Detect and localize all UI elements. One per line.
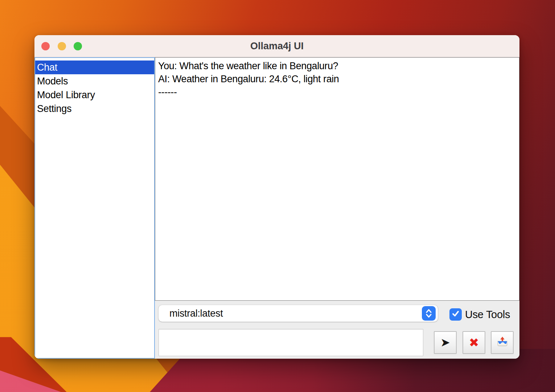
sidebar-nav-list: Chat Models Model Library Settings bbox=[34, 57, 155, 359]
window-body: Chat Models Model Library Settings You: … bbox=[34, 57, 519, 359]
window-titlebar[interactable]: Ollama4j UI bbox=[34, 35, 519, 57]
use-tools-checkbox[interactable] bbox=[449, 308, 462, 321]
minimize-button[interactable] bbox=[58, 42, 66, 50]
chat-pane: You: What's the weather like in Bengalur… bbox=[155, 57, 519, 359]
outbox-tray-icon bbox=[496, 336, 509, 350]
close-button[interactable] bbox=[41, 42, 50, 50]
red-x-icon: ✖ bbox=[469, 335, 479, 350]
stop-button[interactable]: ✖ bbox=[462, 331, 485, 354]
model-select-dropdown[interactable]: mistral:latest bbox=[159, 305, 438, 322]
chat-line-separator: ------ bbox=[158, 86, 516, 99]
sidebar-item-model-library[interactable]: Model Library bbox=[35, 88, 154, 102]
model-select-value: mistral:latest bbox=[169, 305, 223, 322]
use-tools-label: Use Tools bbox=[465, 308, 510, 321]
chat-line-ai: AI: Weather in Bengaluru: 24.6°C, light … bbox=[158, 72, 516, 86]
upload-button[interactable] bbox=[491, 331, 514, 354]
chat-controls-panel: mistral:latest Use Tool bbox=[155, 301, 519, 359]
message-input[interactable] bbox=[159, 329, 423, 356]
stepper-up-down-icon bbox=[422, 306, 436, 321]
chat-line-user: You: What's the weather like in Bengalur… bbox=[158, 59, 516, 72]
sidebar-item-models[interactable]: Models bbox=[35, 74, 154, 88]
app-window: Ollama4j UI Chat Models Model Library Se… bbox=[34, 35, 519, 359]
sidebar-item-settings[interactable]: Settings bbox=[35, 102, 154, 116]
window-title: Ollama4j UI bbox=[34, 35, 519, 57]
sidebar-item-chat[interactable]: Chat bbox=[35, 61, 154, 74]
send-button[interactable]: ➤ bbox=[434, 331, 457, 354]
checkmark-icon bbox=[451, 309, 460, 320]
send-arrow-icon: ➤ bbox=[440, 335, 450, 349]
zoom-button[interactable] bbox=[74, 42, 82, 50]
chat-transcript-area[interactable]: You: What's the weather like in Bengalur… bbox=[155, 57, 519, 301]
